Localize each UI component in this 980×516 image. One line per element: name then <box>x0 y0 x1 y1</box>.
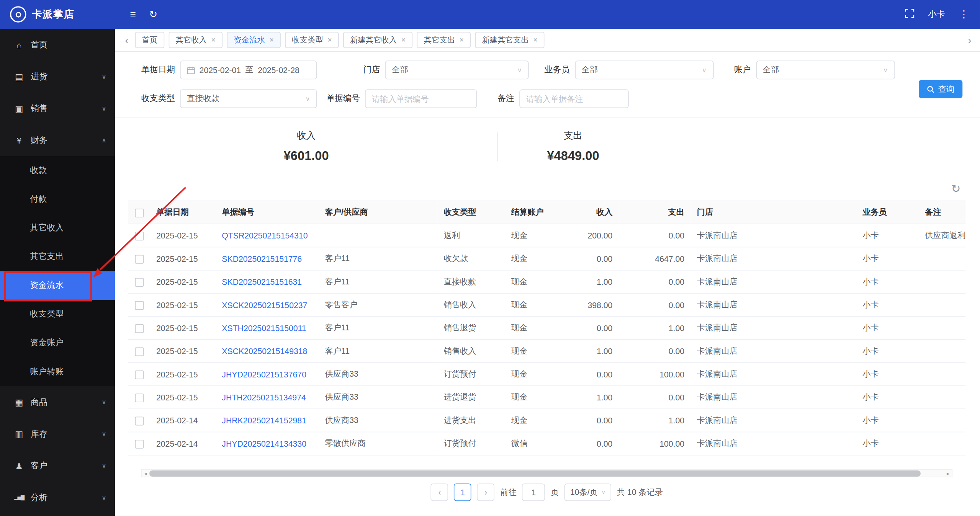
doc-no-link[interactable]: XSCK20250215149318 <box>222 346 307 356</box>
page-number-button[interactable]: 1 <box>454 483 471 501</box>
prev-page-button[interactable]: ‹ <box>431 483 448 501</box>
store-select[interactable]: 全部 ∨ <box>385 60 528 79</box>
page-size-select[interactable]: 10条/页 ∨ <box>564 483 611 501</box>
cell-remark <box>919 340 965 363</box>
row-checkbox[interactable] <box>135 301 144 310</box>
col-type: 收支类型 <box>437 201 505 224</box>
cell-salesman: 小卡 <box>856 317 919 340</box>
tab-income-expense-type[interactable]: 收支类型 × <box>285 32 339 48</box>
cell-remark <box>919 409 965 432</box>
chevron-down-icon: ∨ <box>702 67 707 73</box>
col-date: 单据日期 <box>150 201 216 224</box>
sidebar-item-sales[interactable]: ▣ 销售 ∨ <box>0 93 115 124</box>
account-select[interactable]: 全部 ∨ <box>756 60 895 79</box>
row-checkbox[interactable] <box>135 370 144 379</box>
close-icon[interactable]: × <box>533 36 537 44</box>
doc-no-link[interactable]: SKD20250215151776 <box>222 254 302 263</box>
close-icon[interactable]: × <box>269 36 273 44</box>
col-income: 收入 <box>575 201 618 224</box>
sidebar-item-home[interactable]: ⌂ 首页 <box>0 29 115 60</box>
tab-other-expense[interactable]: 其它支出 × <box>417 32 471 48</box>
sidebar-item-finance[interactable]: ¥ 财务 ∧ <box>0 124 115 156</box>
close-icon[interactable]: × <box>327 36 332 44</box>
tab-home[interactable]: 首页 <box>135 32 165 48</box>
sidebar-item-fund-accounts[interactable]: 资金账户 <box>0 328 115 357</box>
sidebar-item-purchase[interactable]: ▤ 进货 ∨ <box>0 60 115 92</box>
row-checkbox[interactable] <box>135 394 144 402</box>
row-checkbox[interactable] <box>135 416 144 425</box>
sidebar-item-analysis[interactable]: ▂▅▇ 分析 ∨ <box>0 482 115 513</box>
date-range-picker[interactable]: 2025-02-01 至 2025-02-28 <box>180 60 317 79</box>
scroll-left-icon[interactable]: ◂ <box>142 470 149 476</box>
summary-panel: 收入 ¥601.00 支出 ¥4849.00 <box>115 118 980 177</box>
sidebar-item-income-expense-type[interactable]: 收支类型 <box>0 300 115 328</box>
sidebar-item-other-income[interactable]: 其它收入 <box>0 214 115 242</box>
doc-no-link[interactable]: XSTH20250215150011 <box>222 323 306 333</box>
current-user[interactable]: 小卡 <box>928 9 945 20</box>
tab-new-other-expense[interactable]: 新建其它支出 × <box>475 32 544 48</box>
row-checkbox[interactable] <box>135 278 144 287</box>
table-refresh-icon[interactable]: ↻ <box>951 182 961 196</box>
close-icon[interactable]: × <box>460 36 464 44</box>
doc-no-link[interactable]: QTSR20250215154310 <box>222 231 308 240</box>
purchase-icon: ▤ <box>14 72 25 82</box>
goto-page-input[interactable] <box>522 483 545 501</box>
horizontal-scrollbar[interactable]: ◂ ▸ <box>141 469 952 477</box>
tabs-scroll-left-icon[interactable]: ‹ <box>123 35 131 46</box>
sidebar-item-inventory[interactable]: ▥ 库存 ∨ <box>0 418 115 450</box>
row-checkbox[interactable] <box>135 347 144 356</box>
table-body: 2025-02-15 QTSR20250215154310 返利 现金 200.… <box>128 224 966 455</box>
close-icon[interactable]: × <box>401 36 406 44</box>
more-options-icon[interactable]: ⋮ <box>959 9 969 19</box>
collapse-menu-icon[interactable]: ≡ <box>130 9 136 19</box>
docno-input[interactable] <box>365 89 477 108</box>
next-page-button[interactable]: › <box>477 483 495 501</box>
cell-type: 进货支出 <box>437 409 505 432</box>
sidebar-item-customer[interactable]: ♟ 客户 ∨ <box>0 450 115 482</box>
close-icon[interactable]: × <box>211 36 216 44</box>
refresh-icon[interactable]: ↻ <box>149 9 157 19</box>
search-icon <box>927 85 934 93</box>
sidebar-item-other-expense[interactable]: 其它支出 <box>0 242 115 271</box>
doc-no-link[interactable]: JHYD20250214134330 <box>222 439 306 448</box>
cell-income: 0.00 <box>575 247 618 270</box>
sidebar-item-label: 财务 <box>31 135 47 146</box>
tab-other-income[interactable]: 其它收入 × <box>169 32 223 48</box>
row-checkbox[interactable] <box>135 255 144 263</box>
cell-store: 卡派南山店 <box>690 432 856 455</box>
sidebar-item-goods[interactable]: ▦ 商品 ∨ <box>0 386 115 418</box>
remark-input[interactable] <box>519 89 629 108</box>
sidebar-item-payments[interactable]: 付款 <box>0 185 115 214</box>
tab-cash-flow[interactable]: 资金流水 × <box>227 32 280 48</box>
fullscreen-icon[interactable] <box>905 9 914 20</box>
row-checkbox[interactable] <box>135 324 144 333</box>
cell-account: 现金 <box>505 293 575 316</box>
doc-no-link[interactable]: JHTH20250215134974 <box>222 393 306 402</box>
sidebar-item-receipts[interactable]: 收款 <box>0 156 115 185</box>
cell-salesman: 小卡 <box>856 386 919 409</box>
doc-no-link[interactable]: SKD20250215151631 <box>222 277 302 286</box>
salesman-select[interactable]: 全部 ∨ <box>575 60 713 79</box>
tabs-scroll-right-icon[interactable]: › <box>965 35 973 46</box>
store-label: 门店 <box>363 64 380 75</box>
doc-no-link[interactable]: JHYD20250215137670 <box>222 369 306 379</box>
income-expense-type-select[interactable]: 直接收款 ∨ <box>180 89 317 108</box>
sidebar-item-label: 分析 <box>31 492 47 503</box>
scrollbar-thumb[interactable] <box>149 470 921 477</box>
cell-salesman: 小卡 <box>856 409 919 432</box>
cell-type: 收欠款 <box>437 247 505 270</box>
select-all-checkbox[interactable] <box>135 209 144 217</box>
sidebar-item-cash-flow[interactable]: 资金流水 <box>0 271 115 300</box>
sidebar-item-account-transfer[interactable]: 账户转账 <box>0 358 115 386</box>
doc-no-link[interactable]: JHRK20250214152981 <box>222 416 306 425</box>
row-checkbox[interactable] <box>135 440 144 449</box>
search-button[interactable]: 查询 <box>919 80 962 98</box>
col-account: 结算账户 <box>505 201 575 224</box>
doc-no-link[interactable]: XSCK20250215150237 <box>222 300 307 309</box>
cell-type: 销售收入 <box>437 293 505 316</box>
cell-expense: 0.00 <box>619 270 691 293</box>
scroll-right-icon[interactable]: ▸ <box>944 470 952 476</box>
tab-new-other-income[interactable]: 新建其它收入 × <box>343 32 412 48</box>
row-checkbox[interactable] <box>135 232 144 240</box>
table-row: 2025-02-15 JHYD20250215137670 供应商33 订货预付… <box>128 363 966 385</box>
